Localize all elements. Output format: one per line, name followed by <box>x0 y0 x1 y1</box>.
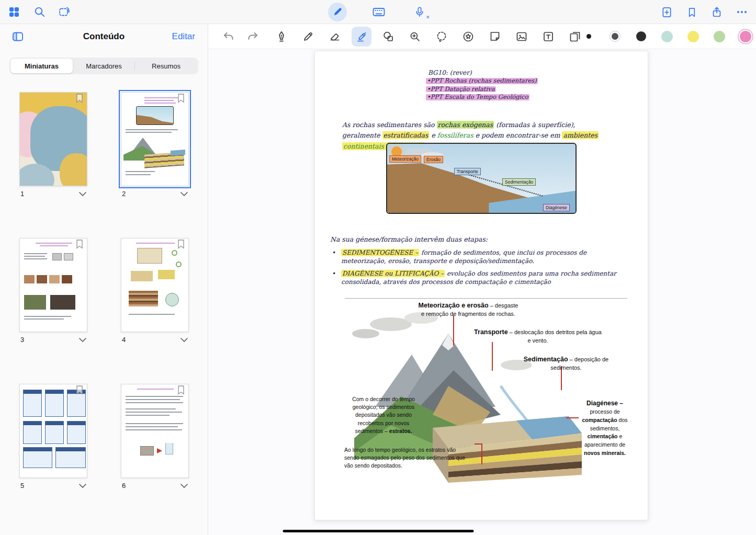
eraser-icon[interactable] <box>328 30 342 43</box>
fig2-label-sedimentacao: Sedimentação – deposição de sedimentos. <box>514 355 618 372</box>
sediment-cycle-figure: Meteorização Erosão Transporte Sedimenta… <box>386 143 577 214</box>
page-number: 6 <box>122 482 126 490</box>
page-thumbnail-6[interactable] <box>121 384 189 478</box>
stroke-size-small[interactable] <box>582 30 595 43</box>
fig1-label-transporte: Transporte <box>454 168 481 175</box>
chevron-down-icon[interactable] <box>180 338 188 342</box>
sticky-note-icon[interactable] <box>488 30 502 43</box>
fig1-label-sedimentacao: Sedimentação <box>502 178 536 186</box>
chevron-down-icon[interactable] <box>79 484 86 488</box>
text-icon[interactable] <box>541 30 555 43</box>
fig2-connector-line <box>566 417 579 418</box>
pen-icon[interactable] <box>275 30 288 43</box>
fig2-label-transporte: Transporte – deslocação dos detritos pel… <box>472 328 604 345</box>
bookmark-icon[interactable] <box>683 3 701 21</box>
lasso-icon[interactable] <box>435 30 448 43</box>
bookmark-ribbon-icon <box>76 94 83 103</box>
tab-marcadores[interactable]: Marcadores <box>73 59 135 73</box>
bullet-diagenese: DIAGÉNESE ou LITIFICAÇÃO – evolução dos … <box>331 270 627 286</box>
etapas-line: Na sua génese/formação intervêm duas eta… <box>330 235 488 243</box>
mic-disabled-badge: ✕ <box>426 15 430 20</box>
thumbnail-preview-3 <box>20 238 87 332</box>
pen-edit-icon[interactable] <box>328 3 347 21</box>
screenshot-lasso-icon[interactable] <box>55 3 73 21</box>
fig1-label-meteorizacao: Meteorização <box>389 155 421 163</box>
thumbnail-cell-6: 6 <box>121 384 189 494</box>
fig1-label-erosao: Erosão <box>424 156 443 163</box>
mic-off-icon[interactable]: ✕ <box>411 3 428 21</box>
shapes-icon[interactable] <box>381 30 395 43</box>
chevron-down-icon[interactable] <box>180 192 188 196</box>
add-page-icon[interactable] <box>658 3 675 21</box>
page-thumbnail-3[interactable] <box>19 238 87 332</box>
fig2-esmagados-note: Ao longo do tempo geológico, os estratos… <box>344 446 470 470</box>
sidebar: Conteúdo Editar Miniaturas Marcadores Re… <box>0 24 208 535</box>
highlighter-icon[interactable] <box>352 27 371 47</box>
page-number: 2 <box>122 190 126 198</box>
bookmark-ribbon-icon <box>177 385 185 395</box>
zoom-tool-icon[interactable] <box>408 30 422 43</box>
fig1-label-diagenese: Diagénese <box>543 204 570 211</box>
drawing-toolbar <box>208 24 756 49</box>
thumbnail-cell-1: 1 <box>19 92 87 202</box>
fig2-diagenese-note: Diagénese – processo de compactação dos … <box>579 399 630 458</box>
color-swatch-green[interactable] <box>713 30 726 43</box>
ppt-item: •PPT Rochas (rochas sedimentares) <box>426 78 538 84</box>
fig2-connector-line <box>475 443 482 445</box>
stroke-size-large[interactable] <box>634 30 648 43</box>
chevron-down-icon[interactable] <box>180 484 188 488</box>
ppt-item: •PPT Escala do Tempo Geológico <box>426 94 529 100</box>
chevron-down-icon[interactable] <box>79 192 86 196</box>
fig2-connector-line <box>481 443 482 464</box>
bookmark-ribbon-icon <box>76 385 83 395</box>
sidebar-header: Conteúdo Editar <box>0 24 208 49</box>
elements-icon[interactable] <box>568 30 582 43</box>
page-thumbnail-4[interactable] <box>121 238 189 332</box>
bookmark-ribbon-icon <box>177 240 185 249</box>
stickers-icon[interactable] <box>461 30 475 43</box>
edit-button[interactable]: Editar <box>172 31 195 42</box>
more-icon[interactable] <box>733 3 751 21</box>
stroke-size-medium-selected[interactable] <box>608 30 622 43</box>
redo-icon[interactable] <box>246 30 259 43</box>
page-thumbnail-5[interactable] <box>19 384 87 478</box>
thumbnail-cell-5: 5 <box>19 384 87 494</box>
fig2-connector-line <box>453 315 454 346</box>
undo-icon[interactable] <box>222 30 235 43</box>
image-icon[interactable] <box>515 30 528 43</box>
chevron-down-icon[interactable] <box>79 338 86 342</box>
search-icon[interactable] <box>30 3 48 21</box>
thumbnail-cell-4: 4 <box>121 238 189 348</box>
share-icon[interactable] <box>708 3 726 21</box>
apps-grid-icon[interactable] <box>5 3 23 21</box>
page-number: 1 <box>20 190 24 198</box>
thumbnail-preview-4 <box>121 238 188 332</box>
page-number: 4 <box>122 336 126 344</box>
fig2-estratos-note: Com o decorrer do tempo geológico, os se… <box>344 395 423 435</box>
home-indicator[interactable] <box>283 530 473 532</box>
top-toolbar: ✕ <box>0 0 756 24</box>
tab-resumos[interactable]: Resumos <box>135 59 197 73</box>
thumbnail-preview-2 <box>121 93 188 186</box>
page-thumbnail-1[interactable] <box>19 92 87 186</box>
thumbnail-cell-3: 3 <box>19 238 87 348</box>
page-number: 3 <box>20 336 24 344</box>
sidebar-tabs: Miniaturas Marcadores Resumos <box>9 58 198 74</box>
note-bg10: BG10: (rever) <box>428 69 472 76</box>
keyboard-icon[interactable] <box>370 3 388 21</box>
document-canvas[interactable]: BG10: (rever) •PPT Rochas (rochas sedime… <box>208 49 756 535</box>
thumbnail-cell-2: 2 <box>121 92 189 202</box>
bookmark-ribbon-icon <box>177 94 185 103</box>
ppt-list: •PPT Rochas (rochas sedimentares) •PPT D… <box>426 78 538 103</box>
tab-miniaturas[interactable]: Miniaturas <box>10 59 73 73</box>
stroke-and-color-palette <box>582 30 752 43</box>
fig2-label-meteorizacao: Meteorização e erosão – desgaste e remoç… <box>399 301 538 318</box>
color-swatch-teal[interactable] <box>660 30 674 43</box>
color-swatch-yellow[interactable] <box>686 30 700 43</box>
bullet-sedimentogenese: SEDIMENTOGÉNESE – formação de sedimentos… <box>331 249 627 265</box>
fig2-connector-line <box>492 342 493 371</box>
pencil-icon[interactable] <box>301 30 315 43</box>
color-swatch-pink-selected[interactable] <box>739 30 752 43</box>
document-page[interactable]: BG10: (rever) •PPT Rochas (rochas sedime… <box>314 51 648 520</box>
page-thumbnail-2[interactable] <box>121 92 189 186</box>
